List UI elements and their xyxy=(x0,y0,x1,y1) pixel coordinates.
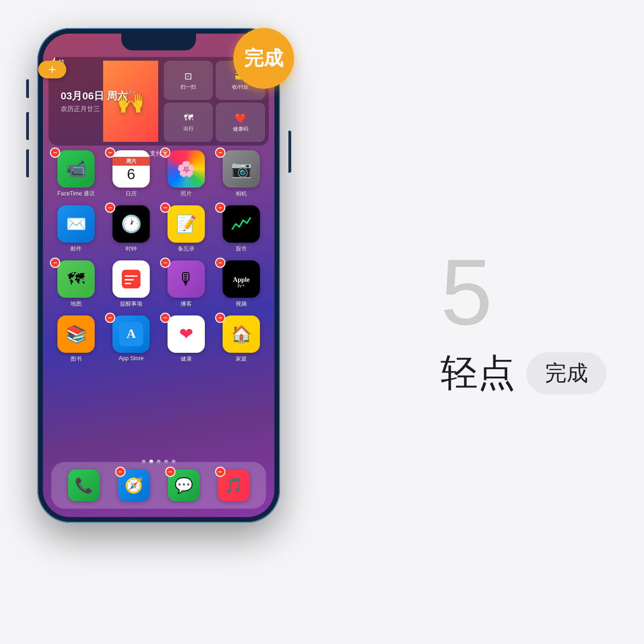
silent-switch xyxy=(26,79,29,98)
appstore-icon: A xyxy=(112,315,150,353)
dock-music[interactable]: − 🎵 xyxy=(218,469,250,501)
camera-label: 相机 xyxy=(236,190,247,198)
action-text: 轻点 xyxy=(441,348,515,399)
dock-safari[interactable]: − 🧭 xyxy=(118,469,150,501)
reminders-label: 提醒事项 xyxy=(120,300,142,308)
notch xyxy=(121,34,196,50)
app-maps[interactable]: − 🗺 地图 xyxy=(53,260,99,308)
dock-phone[interactable]: 📞 xyxy=(68,469,100,501)
cal-day: 6 xyxy=(127,166,135,182)
app-reminders[interactable]: 提醒事项 xyxy=(108,260,154,308)
delete-badge[interactable]: − xyxy=(160,203,170,213)
app-appstore[interactable]: − A App Store xyxy=(108,315,154,363)
svg-rect-2 xyxy=(125,279,134,280)
reminders-icon xyxy=(112,260,150,298)
podcasts-label: 播客 xyxy=(181,300,192,308)
add-widget-button[interactable]: + xyxy=(38,61,66,78)
travel-label: 出行 xyxy=(183,125,194,132)
done-pill-right[interactable]: 完成 xyxy=(526,352,607,394)
delete-badge[interactable]: − xyxy=(215,203,225,213)
appstore-label: App Store xyxy=(119,355,143,362)
notes-icon: 📝 xyxy=(168,205,205,243)
svg-text:tv+: tv+ xyxy=(238,282,245,289)
facetime-label: FaceTime 通话 xyxy=(57,190,95,198)
app-books[interactable]: 📚 图书 xyxy=(53,315,99,363)
app-home[interactable]: − 🏠 家庭 xyxy=(218,315,265,363)
app-row-4: 📚 图书 − A App Store xyxy=(49,315,269,363)
delete-badge[interactable]: − xyxy=(165,467,175,477)
delete-badge[interactable]: − xyxy=(115,467,126,477)
scan-icon: ⊡ xyxy=(184,70,192,82)
pay-label: 收/付款 xyxy=(232,84,249,91)
health-icon: ❤ xyxy=(168,315,205,353)
mail-label: 邮件 xyxy=(70,245,82,253)
svg-rect-3 xyxy=(125,283,131,284)
maps-label: 地图 xyxy=(70,300,82,308)
widget-travel[interactable]: 🗺 出行 xyxy=(164,103,213,142)
phone-mockup: 完成 + 9:41 ▪▪▪ 🙌 0 xyxy=(28,19,289,541)
alipay-label: 支付宝 xyxy=(43,149,274,158)
step-number: 5 xyxy=(441,245,492,339)
delete-badge[interactable]: − xyxy=(215,258,225,268)
health-code-icon: ❤️ xyxy=(235,112,246,124)
app-health[interactable]: − ❤ 健康 xyxy=(163,315,210,363)
app-podcasts[interactable]: − 🎙 播客 xyxy=(163,260,210,308)
home-icon: 🏠 xyxy=(223,315,260,353)
svg-rect-1 xyxy=(125,275,138,277)
maps-icon: 🗺 xyxy=(57,260,95,298)
delete-badge[interactable]: − xyxy=(105,203,115,213)
app-appletv[interactable]: − Apple tv+ 视频 xyxy=(218,260,265,308)
podcasts-icon: 🎙 xyxy=(168,260,205,298)
scan-label: 扫一扫 xyxy=(181,84,196,91)
delete-badge[interactable]: − xyxy=(215,467,225,477)
delete-badge[interactable]: − xyxy=(215,313,225,323)
stocks-icon xyxy=(223,205,260,243)
widget-lunar: 农历正月廿三 xyxy=(61,105,150,113)
app-row-2: ✉️ 邮件 − 🕐 时钟 − 📝 备忘录 − xyxy=(49,205,269,253)
dock: 📞 − 🧭 − 💬 − 🎵 xyxy=(51,462,266,509)
phone-dock-icon: 📞 xyxy=(68,469,100,501)
phone-frame: 9:41 ▪▪▪ 🙌 03月06日 周六 农历正月廿三 ⊡ xyxy=(37,28,280,523)
delete-badge[interactable]: − xyxy=(160,258,170,268)
app-grid: − 📹 FaceTime 通话 − 周六 6 日历 xyxy=(49,150,269,371)
delete-badge[interactable]: − xyxy=(50,258,60,268)
clock-icon: 🕐 xyxy=(112,205,150,243)
cal-header: 周六 xyxy=(112,157,150,166)
widget-left-side: 🙌 03月06日 周六 农历正月廿三 xyxy=(52,61,158,142)
app-notes[interactable]: − 📝 备忘录 xyxy=(163,205,210,253)
phone-screen: 9:41 ▪▪▪ 🙌 03月06日 周六 农历正月廿三 ⊡ xyxy=(43,34,274,517)
health-label: 健康 xyxy=(181,355,192,363)
volume-down-button xyxy=(26,149,29,177)
calendar-label: 日历 xyxy=(126,190,137,198)
delete-badge[interactable]: − xyxy=(160,313,170,323)
clock-label: 时钟 xyxy=(126,245,137,253)
widget-date: 03月06日 周六 xyxy=(61,89,150,103)
mail-icon: ✉️ xyxy=(57,205,95,243)
notes-label: 备忘录 xyxy=(178,245,195,253)
app-stocks[interactable]: − 股市 xyxy=(218,205,265,253)
appletv-icon: Apple tv+ xyxy=(223,260,260,298)
travel-icon: 🗺 xyxy=(184,112,193,123)
done-bubble[interactable]: 完成 xyxy=(233,28,294,89)
dock-messages[interactable]: − 💬 xyxy=(168,469,200,501)
health-code-label: 健康码 xyxy=(233,126,248,133)
home-label: 家庭 xyxy=(236,355,247,363)
widget-health-code[interactable]: ❤️ 健康码 xyxy=(216,103,265,142)
books-icon: 📚 xyxy=(57,315,95,353)
power-button xyxy=(288,131,291,173)
delete-badge[interactable]: − xyxy=(105,313,115,323)
stocks-label: 股市 xyxy=(236,245,247,253)
appletv-label: 视频 xyxy=(236,300,247,308)
app-clock[interactable]: − 🕐 时钟 xyxy=(108,205,154,253)
app-mail[interactable]: ✉️ 邮件 xyxy=(53,205,99,253)
svg-text:A: A xyxy=(126,326,136,341)
volume-up-button xyxy=(26,112,29,140)
photos-label: 照片 xyxy=(181,190,192,198)
app-row-3: − 🗺 地图 提醒事项 xyxy=(49,260,269,308)
right-panel: 5 轻点 完成 xyxy=(441,245,607,399)
books-label: 图书 xyxy=(70,355,82,363)
action-row: 轻点 完成 xyxy=(441,348,607,399)
